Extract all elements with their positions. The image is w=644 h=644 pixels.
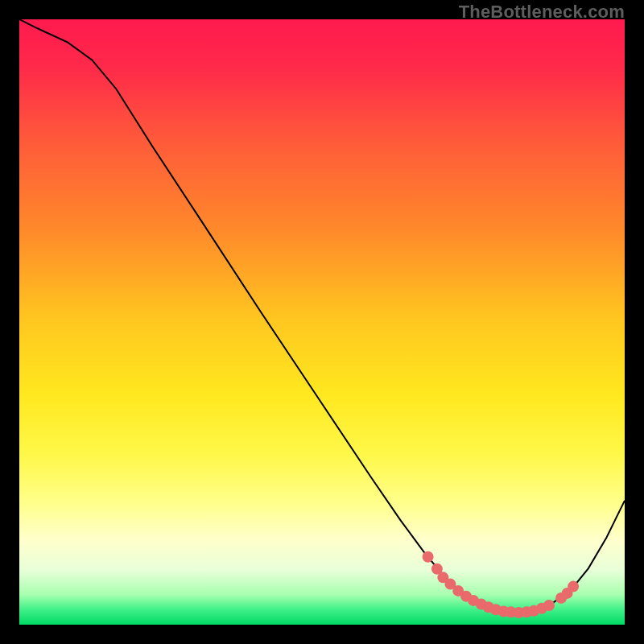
marker-dot — [423, 551, 434, 563]
plot-area — [19, 19, 625, 625]
marker-dot — [543, 600, 555, 611]
chart-frame: TheBottleneck.com — [0, 0, 644, 644]
marker-dot — [568, 581, 579, 592]
chart-svg — [19, 19, 625, 625]
gradient-background — [19, 19, 625, 625]
